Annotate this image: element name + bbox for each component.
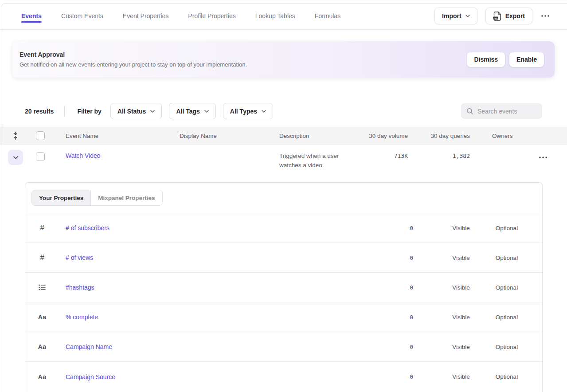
tab-lookup-tables[interactable]: Lookup Tables (255, 3, 295, 29)
tab-profile-properties[interactable]: Profile Properties (188, 3, 235, 29)
chevron-down-icon (204, 110, 209, 113)
property-visibility: Visible (442, 314, 480, 321)
nav-tabs: Events Custom Events Event Properties Pr… (21, 3, 340, 29)
chevron-down-icon (465, 15, 470, 17)
types-filter-dropdown[interactable]: All Types (223, 103, 273, 119)
property-visibility: Visible (442, 284, 480, 291)
svg-text:csv: csv (493, 16, 497, 19)
property-requirement: Optional (480, 373, 533, 380)
property-count: 0 (387, 225, 413, 231)
property-count: 0 (387, 284, 413, 291)
property-count: 0 (387, 255, 413, 261)
property-row: Aa % complete 0 Visible Optional (25, 302, 542, 332)
property-requirement: Optional (480, 284, 533, 291)
property-name-link[interactable]: Campaign Name (66, 343, 387, 350)
divider (64, 106, 65, 117)
status-filter-label: All Status (117, 108, 146, 115)
property-requirement: Optional (480, 314, 533, 321)
tab-event-properties[interactable]: Event Properties (123, 3, 169, 29)
property-name-link[interactable]: # of subscribers (66, 224, 387, 231)
column-header-30-day-queries: 30 day queries (408, 133, 470, 139)
nav-actions: Import csv Export (434, 8, 550, 24)
property-name-link[interactable]: #hashtags (66, 284, 387, 291)
export-button-label: Export (505, 12, 525, 20)
properties-tabs-area: Your Properties Mixpanel Properties (25, 183, 542, 213)
export-button[interactable]: csv Export (485, 8, 532, 24)
property-visibility: Visible (442, 255, 480, 261)
chevron-down-icon (262, 110, 266, 113)
event-description: Triggered when a user watches a video. (279, 151, 364, 170)
event-approval-banner: Event Approval Get notified on all new e… (12, 41, 555, 78)
filter-by-label: Filter by (77, 108, 101, 115)
text-type-icon: Aa (34, 343, 50, 350)
list-type-icon (34, 284, 50, 290)
chevron-down-icon (13, 156, 18, 159)
event-30-day-volume: 713K (364, 151, 408, 159)
banner-actions: Dismiss Enable (467, 52, 544, 67)
tags-filter-label: All Tags (176, 108, 199, 115)
import-button[interactable]: Import (434, 8, 477, 24)
text-type-icon: Aa (34, 314, 50, 321)
property-visibility: Visible (442, 344, 480, 350)
property-requirement: Optional (480, 225, 533, 231)
text-type-icon: Aa (34, 373, 50, 380)
column-header-description: Description (279, 133, 364, 139)
row-more-options-button[interactable] (538, 151, 548, 161)
banner-text: Event Approval Get notified on all new e… (20, 51, 247, 68)
number-type-icon: # (34, 223, 50, 232)
property-count: 0 (387, 314, 413, 321)
row-checkbox[interactable] (36, 152, 45, 161)
ellipsis-icon (539, 157, 547, 158)
property-count: 0 (387, 344, 413, 350)
tab-your-properties[interactable]: Your Properties (32, 190, 91, 205)
search-icon (466, 108, 473, 115)
property-visibility: Visible (442, 225, 480, 231)
number-type-icon: # (34, 253, 50, 262)
filter-row: 20 results Filter by All Status All Tags… (0, 103, 567, 119)
property-name-link[interactable]: % complete (66, 314, 387, 321)
property-row: # # of views 0 Visible Optional (25, 243, 542, 273)
status-filter-dropdown[interactable]: All Status (110, 103, 162, 119)
search-wrap (461, 103, 542, 119)
chevron-down-icon (150, 110, 155, 113)
column-header-owners: Owners (470, 133, 523, 139)
csv-file-icon: csv (493, 12, 501, 21)
banner-description: Get notified on all new events entering … (20, 61, 247, 68)
ellipsis-icon (541, 15, 549, 17)
enable-button[interactable]: Enable (509, 52, 544, 67)
property-row: # # of subscribers 0 Visible Optional (25, 213, 542, 243)
top-navigation: Events Custom Events Event Properties Pr… (0, 0, 567, 30)
tab-mixpanel-properties[interactable]: Mixpanel Properties (91, 190, 162, 205)
tab-formulas[interactable]: Formulas (315, 3, 340, 29)
event-30-day-queries: 1,382 (408, 151, 470, 159)
property-name-link[interactable]: Campaign Source (66, 373, 387, 380)
banner-title: Event Approval (20, 51, 247, 58)
nav-more-options-button[interactable] (540, 8, 550, 24)
property-row: Aa Campaign Source 0 Visible Optional (25, 362, 542, 392)
property-count: 0 (387, 373, 413, 380)
tab-events[interactable]: Events (21, 3, 42, 29)
property-name-link[interactable]: # of views (66, 254, 387, 261)
property-row: Aa Campaign Name 0 Visible Optional (25, 332, 542, 362)
event-name-link[interactable]: Watch Video (66, 152, 101, 159)
properties-panel: Your Properties Mixpanel Properties # # … (25, 182, 543, 392)
types-filter-label: All Types (230, 108, 257, 115)
collapse-row-button[interactable] (8, 150, 23, 165)
property-visibility: Visible (442, 373, 480, 380)
table-row: Watch Video Triggered when a user watche… (0, 145, 567, 182)
results-count: 20 results (25, 108, 54, 115)
property-requirement: Optional (480, 344, 533, 350)
collapse-all-icon[interactable] (8, 131, 23, 140)
dismiss-button[interactable]: Dismiss (467, 52, 505, 67)
tab-custom-events[interactable]: Custom Events (61, 3, 103, 29)
table-header: Event Name Display Name Description 30 d… (0, 127, 567, 145)
column-header-display-name: Display Name (180, 133, 279, 139)
property-row: #hashtags 0 Visible Optional (25, 273, 542, 302)
properties-tab-group: Your Properties Mixpanel Properties (31, 190, 163, 206)
column-header-event-name: Event Name (66, 133, 180, 139)
select-all-checkbox[interactable] (36, 131, 45, 140)
property-requirement: Optional (480, 255, 533, 261)
tags-filter-dropdown[interactable]: All Tags (169, 103, 215, 119)
column-header-30-day-volume: 30 day volume (364, 133, 408, 139)
import-button-label: Import (442, 12, 461, 20)
